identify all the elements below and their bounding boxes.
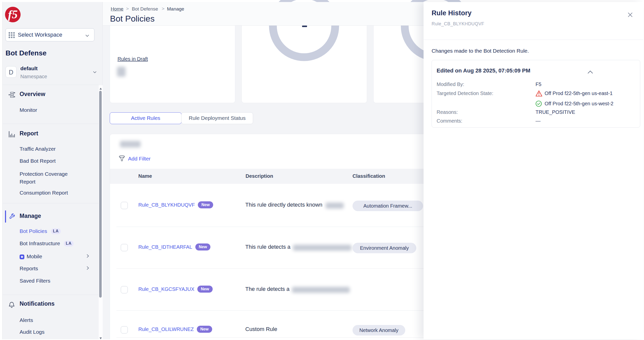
svg-text:f5: f5	[8, 8, 18, 21]
